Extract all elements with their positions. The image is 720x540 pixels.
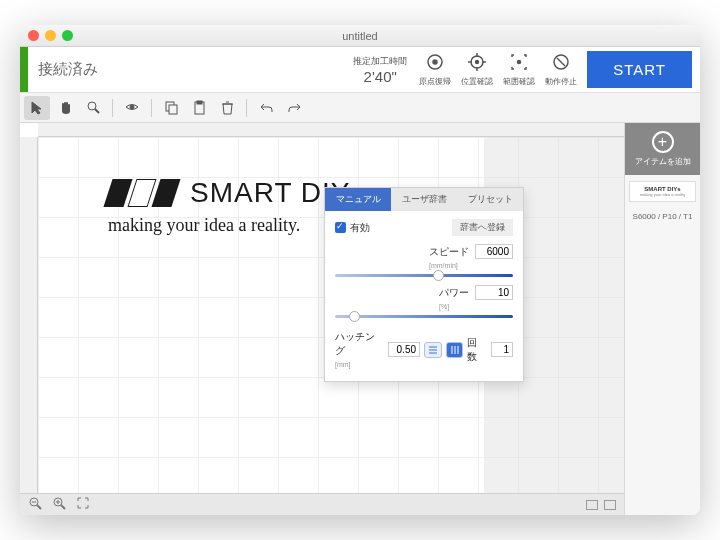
fit-button[interactable] [76,496,90,514]
parameter-panel: マニュアル ユーザ辞書 プリセット 有効 辞書へ登録 [324,187,524,382]
app-window: untitled 接続済み 推定加工時間 2'40" 原点復帰 位置確認 範囲確… [20,25,700,515]
copy-tool[interactable] [158,96,184,120]
svg-point-7 [476,61,479,64]
redo-tool[interactable] [281,96,307,120]
estimate-label: 推定加工時間 [353,55,407,68]
cursor-icon [30,100,45,115]
toolbar [20,93,700,123]
lines-h-icon [428,345,438,355]
estimate-block: 推定加工時間 2'40" [353,55,407,85]
svg-point-11 [88,102,96,110]
count-label: 回数 [467,336,487,364]
pan-tool[interactable] [52,96,78,120]
main-body: SMART DIYS making your idea a reality. マ… [20,123,700,515]
logo-mark-icon [108,179,180,207]
lines-v-icon [450,345,460,355]
item-thumbnail[interactable]: SMART DIYs making your idea a reality [629,181,696,202]
expand-icon [76,496,90,510]
zoom-out-icon [28,496,42,510]
clipboard-icon [192,100,207,115]
copy-icon [164,100,179,115]
svg-point-1 [433,60,437,64]
titlebar: untitled [20,25,700,47]
speed-param: スピード [mm/min] [335,244,513,277]
tab-preset[interactable]: プリセット [457,188,523,211]
hand-icon [58,100,73,115]
add-item-button[interactable]: + アイテムを追加 [625,123,700,175]
item-preset-label: S6000 / P10 / T1 [625,212,700,221]
select-tool[interactable] [24,96,50,120]
delete-tool[interactable] [214,96,240,120]
speed-slider[interactable] [335,274,513,277]
header-action-buttons: 原点復帰 位置確認 範囲確認 動作停止 [415,52,581,87]
panel-tabs: マニュアル ユーザ辞書 プリセット [325,188,523,211]
connection-status: 接続済み [38,60,353,79]
sidebar: + アイテムを追加 SMART DIYs making your idea a … [624,123,700,515]
visibility-tool[interactable] [119,96,145,120]
power-param: パワー [%] [335,285,513,318]
ruler-horizontal [38,123,624,137]
crosshair-icon [467,52,487,72]
tab-userdict[interactable]: ユーザ辞書 [391,188,457,211]
estimate-time: 2'40" [353,68,407,85]
layout-toggle-2[interactable] [604,500,616,510]
stop-button[interactable]: 動作停止 [541,52,581,87]
toolbar-separator [112,99,113,117]
count-input[interactable] [491,342,513,357]
register-button[interactable]: 辞書へ登録 [452,219,513,236]
header-bar: 接続済み 推定加工時間 2'40" 原点復帰 位置確認 範囲確認 動作停止 ST [20,47,700,93]
hatching-label: ハッチング [335,331,375,356]
hatch-horizontal-button[interactable] [424,342,442,358]
statusbar [20,493,624,515]
svg-line-12 [95,109,99,113]
svg-line-10 [557,58,565,66]
paste-tool[interactable] [186,96,212,120]
zoom-out-button[interactable] [28,496,42,514]
svg-point-8 [518,61,521,64]
connection-indicator [20,47,28,92]
eye-icon [125,100,140,115]
range-button[interactable]: 範囲確認 [499,52,539,87]
position-button[interactable]: 位置確認 [457,52,497,87]
ruler-vertical [20,137,38,515]
toolbar-separator [151,99,152,117]
enable-checkbox[interactable]: 有効 [335,221,370,235]
undo-icon [259,100,274,115]
hatching-input[interactable] [388,342,420,357]
hatch-vertical-button[interactable] [446,342,464,358]
redo-icon [287,100,302,115]
toolbar-separator [246,99,247,117]
stop-icon [551,52,571,72]
trash-icon [220,100,235,115]
magnifier-icon [86,100,101,115]
speed-label: スピード [429,246,469,257]
home-button[interactable]: 原点復帰 [415,52,455,87]
hatching-row: ハッチング [mm] 回数 [335,330,513,369]
svg-line-28 [37,505,41,509]
undo-tool[interactable] [253,96,279,120]
speed-input[interactable] [475,244,513,259]
layout-toggle-1[interactable] [586,500,598,510]
panel-body: 有効 辞書へ登録 スピード [mm/min] [325,211,523,381]
start-button[interactable]: START [587,51,692,88]
home-icon [425,52,445,72]
power-slider[interactable] [335,315,513,318]
checkbox-icon [335,222,346,233]
tab-manual[interactable]: マニュアル [325,188,391,211]
svg-rect-15 [169,105,177,114]
plus-icon: + [652,131,674,153]
svg-point-13 [130,105,134,109]
range-icon [509,52,529,72]
zoom-in-button[interactable] [52,496,66,514]
zoom-tool[interactable] [80,96,106,120]
svg-line-32 [61,505,65,509]
power-input[interactable] [475,285,513,300]
canvas-area[interactable]: SMART DIYS making your idea a reality. マ… [20,123,624,515]
power-label: パワー [439,287,469,298]
svg-rect-17 [197,101,202,104]
window-title: untitled [20,30,700,42]
zoom-in-icon [52,496,66,510]
